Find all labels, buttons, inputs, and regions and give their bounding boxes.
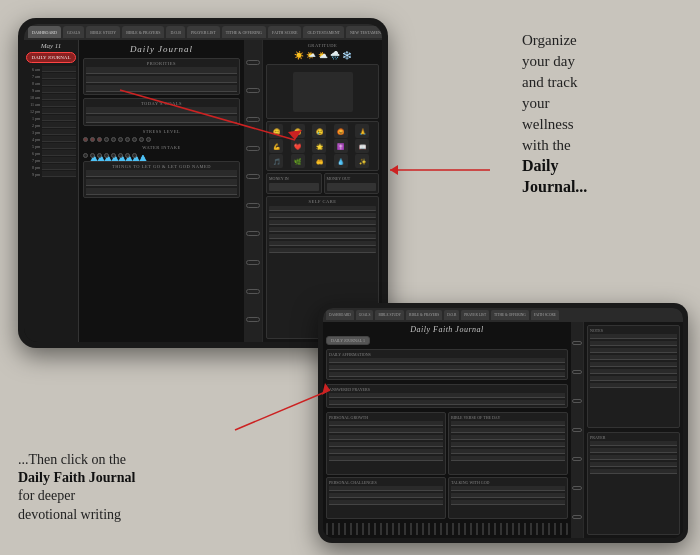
bv-line-3[interactable] bbox=[451, 435, 565, 440]
money-in-box[interactable]: MONEY IN bbox=[266, 173, 322, 194]
stress-dot-5[interactable] bbox=[111, 137, 116, 142]
nav-tab-old-testament[interactable]: OLD TESTAMENT bbox=[303, 26, 344, 38]
bv-line-4[interactable] bbox=[451, 442, 565, 447]
things-line-3[interactable] bbox=[86, 188, 237, 195]
gratitude-box[interactable] bbox=[266, 64, 379, 119]
nav-tab-new-testament[interactable]: NEW TESTAMENT bbox=[346, 26, 382, 38]
faith-nav-tab-2[interactable]: GOALS bbox=[356, 310, 374, 320]
water-dot-6[interactable]: 💧 bbox=[118, 153, 123, 158]
nav-tab-goals[interactable]: GOALS bbox=[63, 26, 84, 38]
mood-emoji-14[interactable]: 💧 bbox=[334, 154, 348, 168]
ch-line-1[interactable] bbox=[329, 486, 443, 491]
stress-dot-2[interactable] bbox=[90, 137, 95, 142]
affirmation-line-2[interactable] bbox=[329, 365, 565, 370]
mood-emoji-1[interactable]: 😊 bbox=[269, 124, 283, 138]
answered-prayer-line-1[interactable] bbox=[329, 393, 565, 398]
stress-dot-6[interactable] bbox=[118, 137, 123, 142]
money-out-field[interactable] bbox=[327, 183, 377, 191]
mood-emoji-13[interactable]: 🤲 bbox=[312, 154, 326, 168]
gratitude-write-area[interactable] bbox=[293, 72, 353, 112]
pg-line-5[interactable] bbox=[329, 449, 443, 454]
sc-line-2[interactable] bbox=[269, 213, 376, 218]
water-dot-5[interactable]: 💧 bbox=[111, 153, 116, 158]
pg-line-1[interactable] bbox=[329, 421, 443, 426]
mood-emoji-7[interactable]: ❤️ bbox=[291, 139, 305, 153]
water-dot-4[interactable]: 💧 bbox=[104, 153, 109, 158]
daily-journal-button[interactable]: DAILY JOURNAL bbox=[26, 52, 76, 63]
faith-nav-tab-8[interactable]: FAITH SCORE bbox=[531, 310, 559, 320]
nav-tab-tithe[interactable]: TITHE & OFFERING bbox=[222, 26, 266, 38]
pg-line-6[interactable] bbox=[329, 456, 443, 461]
fp-line-3[interactable] bbox=[590, 455, 677, 460]
money-out-box[interactable]: MONEY OUT bbox=[324, 173, 380, 194]
nav-tab-bible-study[interactable]: BIBLE STUDY bbox=[86, 26, 120, 38]
priority-line-1[interactable] bbox=[86, 67, 237, 74]
tg-line-3[interactable] bbox=[451, 500, 565, 505]
faith-nav-tab-5[interactable]: D.O.B bbox=[444, 310, 459, 320]
stress-dot-1[interactable] bbox=[83, 137, 88, 142]
money-in-field[interactable] bbox=[269, 183, 319, 191]
fp-line-5[interactable] bbox=[590, 469, 677, 474]
stress-dot-10[interactable] bbox=[146, 137, 151, 142]
bv-line-1[interactable] bbox=[451, 421, 565, 426]
faith-tab-active[interactable]: DAILY JOURNAL 1 bbox=[326, 336, 370, 345]
mood-emoji-4[interactable]: 😡 bbox=[334, 124, 348, 138]
tg-line-2[interactable] bbox=[451, 493, 565, 498]
fn-line-4[interactable] bbox=[590, 355, 677, 360]
faith-nav-tab-4[interactable]: BIBLE & PRAYERS bbox=[406, 310, 442, 320]
nav-tab-faith-score[interactable]: FAITH SCORE bbox=[268, 26, 301, 38]
water-dot-8[interactable]: 💧 bbox=[132, 153, 137, 158]
bv-line-5[interactable] bbox=[451, 449, 565, 454]
stress-dot-9[interactable] bbox=[139, 137, 144, 142]
faith-nav-tab-3[interactable]: BIBLE STUDY bbox=[375, 310, 404, 320]
mood-emoji-6[interactable]: 💪 bbox=[269, 139, 283, 153]
pg-line-2[interactable] bbox=[329, 428, 443, 433]
fn-line-5[interactable] bbox=[590, 362, 677, 367]
things-line-2[interactable] bbox=[86, 179, 237, 186]
pg-line-4[interactable] bbox=[329, 442, 443, 447]
fn-line-2[interactable] bbox=[590, 341, 677, 346]
fn-line-6[interactable] bbox=[590, 369, 677, 374]
fn-line-3[interactable] bbox=[590, 348, 677, 353]
priority-line-3[interactable] bbox=[86, 85, 237, 92]
fn-line-8[interactable] bbox=[590, 383, 677, 388]
fp-line-4[interactable] bbox=[590, 462, 677, 467]
fp-line-2[interactable] bbox=[590, 448, 677, 453]
sc-line-7[interactable] bbox=[269, 248, 376, 253]
fp-line-1[interactable] bbox=[590, 441, 677, 446]
water-dot-3[interactable]: 💧 bbox=[97, 153, 102, 158]
stress-dot-3[interactable] bbox=[97, 137, 102, 142]
sc-line-1[interactable] bbox=[269, 206, 376, 211]
fn-line-1[interactable] bbox=[590, 334, 677, 339]
goal-line-1[interactable] bbox=[86, 107, 237, 114]
bv-line-6[interactable] bbox=[451, 456, 565, 461]
mood-emoji-10[interactable]: 📖 bbox=[355, 139, 369, 153]
faith-nav-tab-6[interactable]: PRAYER LIST bbox=[461, 310, 489, 320]
water-dot-2[interactable]: 💧 bbox=[90, 153, 95, 158]
nav-tab-prayer-list[interactable]: PRAYER LIST bbox=[187, 26, 220, 38]
nav-tab-bible-prayers[interactable]: BIBLE & PRAYERS bbox=[122, 26, 164, 38]
sc-line-4[interactable] bbox=[269, 227, 376, 232]
mood-emoji-5[interactable]: 🙏 bbox=[355, 124, 369, 138]
stress-dot-4[interactable] bbox=[104, 137, 109, 142]
nav-tab-dashboard[interactable]: DASHBOARD bbox=[28, 26, 61, 38]
fn-line-7[interactable] bbox=[590, 376, 677, 381]
stress-dot-8[interactable] bbox=[132, 137, 137, 142]
mood-emoji-8[interactable]: 🌟 bbox=[312, 139, 326, 153]
mood-emoji-2[interactable]: 😐 bbox=[291, 124, 305, 138]
mood-emoji-11[interactable]: 🎵 bbox=[269, 154, 283, 168]
faith-nav-tab-7[interactable]: TITHE & OFFERING bbox=[491, 310, 529, 320]
affirmation-line-1[interactable] bbox=[329, 358, 565, 363]
sc-line-6[interactable] bbox=[269, 241, 376, 246]
sc-line-3[interactable] bbox=[269, 220, 376, 225]
priority-line-2[interactable] bbox=[86, 76, 237, 83]
nav-tab-dob[interactable]: D.O.B bbox=[166, 26, 184, 38]
tg-line-1[interactable] bbox=[451, 486, 565, 491]
ch-line-2[interactable] bbox=[329, 493, 443, 498]
water-dot-7[interactable]: 💧 bbox=[125, 153, 130, 158]
ch-line-3[interactable] bbox=[329, 500, 443, 505]
stress-dot-7[interactable] bbox=[125, 137, 130, 142]
mood-emoji-12[interactable]: 🌿 bbox=[291, 154, 305, 168]
mood-emoji-3[interactable]: 😢 bbox=[312, 124, 326, 138]
mood-emoji-15[interactable]: ✨ bbox=[355, 154, 369, 168]
